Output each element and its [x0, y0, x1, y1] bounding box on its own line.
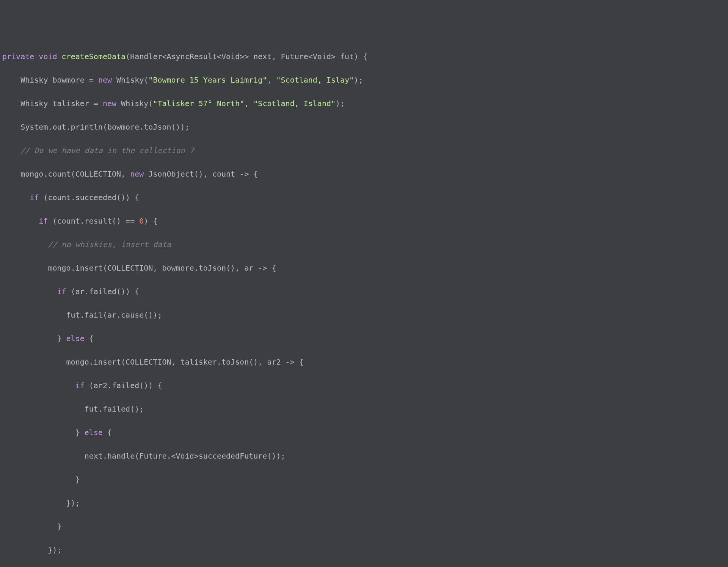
statement: System.out.println(bowmore.toJson());: [20, 122, 190, 132]
code-line-6: mongo.count(COLLECTION, new JsonObject()…: [2, 168, 726, 180]
code-line-16: fut.failed();: [2, 403, 726, 415]
string-literal: "Talisker 57° North": [153, 99, 244, 108]
code-line-9: // no whiskies, insert data: [2, 239, 726, 251]
type-whisky: Whisky: [20, 75, 52, 85]
keyword-new: new: [103, 99, 116, 108]
condition: (ar.failed()) {: [66, 287, 140, 296]
code-line-15: if (ar2.failed()) {: [2, 380, 726, 392]
code-line-7: if (count.succeeded()) {: [2, 192, 726, 204]
brace: });: [66, 498, 80, 507]
var-talisker: talisker =: [52, 99, 102, 108]
ctor-call: Whisky(: [116, 99, 153, 108]
keyword-if: if: [57, 287, 66, 296]
type-whisky: Whisky: [20, 99, 52, 108]
string-literal: "Scotland, Islay": [276, 75, 354, 85]
keyword-if: if: [30, 193, 39, 202]
string-literal: "Bowmore 15 Years Laimrig": [148, 75, 267, 85]
ctor-lambda: JsonObject(), count -> {: [144, 169, 258, 179]
keyword-void: void: [39, 52, 57, 61]
statement: fut.failed();: [85, 404, 144, 414]
brace: });: [48, 545, 61, 554]
code-line-17: } else {: [2, 427, 726, 439]
statement: mongo.insert(COLLECTION, bowmore.toJson(…: [48, 263, 276, 273]
keyword-new: new: [98, 75, 112, 85]
params: (Handler<AsyncResult<Void>> next, Future…: [126, 52, 367, 61]
condition-part: (count.result() ==: [48, 216, 139, 226]
keyword-if: if: [39, 216, 48, 226]
code-line-14: mongo.insert(COLLECTION, talisker.toJson…: [2, 356, 726, 368]
comment: // Do we have data in the collection ?: [20, 146, 194, 155]
keyword-new: new: [130, 169, 144, 179]
code-line-19: }: [2, 474, 726, 486]
code-line-10: mongo.insert(COLLECTION, bowmore.toJson(…: [2, 262, 726, 274]
code-line-22: });: [2, 544, 726, 556]
keyword-else: else: [85, 428, 103, 437]
code-line-11: if (ar.failed()) {: [2, 286, 726, 298]
keyword-private: private: [2, 52, 34, 61]
code-editor: private void createSomeData(Handler<Asyn…: [2, 51, 726, 567]
code-line-12: fut.fail(ar.cause());: [2, 309, 726, 321]
method-name: createSomeData: [62, 52, 126, 61]
code-line-21: }: [2, 521, 726, 533]
brace: }: [57, 334, 66, 343]
code-line-3: Whisky talisker = new Whisky("Talisker 5…: [2, 98, 726, 110]
statement: next.handle(Future.<Void>succeededFuture…: [85, 451, 286, 460]
keyword-if: if: [75, 381, 85, 390]
code-line-20: });: [2, 497, 726, 509]
code-line-13: } else {: [2, 333, 726, 345]
condition: (count.succeeded()) {: [39, 193, 139, 202]
code-line-2: Whisky bowmore = new Whisky("Bowmore 15 …: [2, 74, 726, 86]
statement: mongo.insert(COLLECTION, talisker.toJson…: [66, 357, 304, 367]
call-prefix: mongo.count(COLLECTION,: [20, 169, 130, 179]
separator: ,: [244, 99, 253, 108]
code-line-4: System.out.println(bowmore.toJson());: [2, 121, 726, 133]
brace: }: [57, 522, 62, 531]
separator: ,: [267, 75, 276, 85]
string-literal: "Scotland, Island": [253, 99, 336, 108]
condition: (ar2.failed()) {: [85, 381, 162, 390]
brace: }: [75, 428, 85, 437]
code-line-18: next.handle(Future.<Void>succeededFuture…: [2, 450, 726, 462]
brace: }: [75, 475, 80, 484]
code-line-1: private void createSomeData(Handler<Asyn…: [2, 51, 726, 63]
line-end: );: [336, 99, 345, 108]
var-bowmore: bowmore =: [52, 75, 98, 85]
statement: fut.fail(ar.cause());: [66, 310, 162, 320]
condition-part: ) {: [144, 216, 157, 226]
number-zero: 0: [139, 216, 144, 226]
code-line-8: if (count.result() == 0) {: [2, 215, 726, 227]
brace: {: [85, 334, 94, 343]
brace: {: [103, 428, 112, 437]
line-end: );: [354, 75, 363, 85]
keyword-else: else: [66, 334, 85, 343]
code-line-5: // Do we have data in the collection ?: [2, 145, 726, 157]
comment: // no whiskies, insert data: [48, 240, 171, 249]
ctor-call: Whisky(: [112, 75, 148, 85]
